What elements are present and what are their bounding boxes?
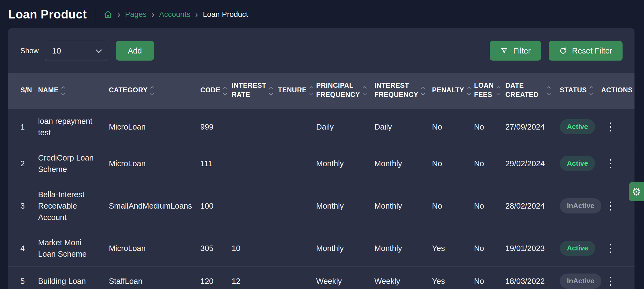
column-header-penalty[interactable]: PENALTY [427, 73, 469, 109]
breadcrumb-link-pages[interactable]: Pages [125, 10, 147, 19]
cell-loan-fees: No [469, 182, 500, 230]
cell-interest-frequency: Daily [370, 109, 427, 145]
breadcrumb: › Pages › Accounts › Loan Product [103, 10, 248, 19]
cell-principal-frequency: Monthly [311, 145, 370, 182]
column-header-interest-frequency[interactable]: INTEREST FREQUENCY [370, 73, 427, 109]
column-header-tenure[interactable]: TENURE [273, 73, 311, 109]
sort-icon[interactable] [224, 87, 226, 95]
column-header-sn: S/N [8, 73, 33, 109]
cell-penalty: No [427, 145, 469, 182]
cell-name: Bella-Interest Receivable Account [33, 182, 104, 230]
cell-status: Active [555, 109, 596, 145]
cell-penalty: Yes [427, 266, 469, 289]
toolbar-left: Show 10 Add [20, 41, 154, 61]
column-header-name[interactable]: NAME [33, 73, 104, 109]
add-button[interactable]: Add [116, 41, 154, 61]
cell-sn: 5 [8, 266, 33, 289]
sort-icon[interactable] [468, 87, 470, 95]
cell-actions: ⋮ [596, 109, 634, 145]
column-header-category[interactable]: CATEGORY [104, 73, 195, 109]
sort-icon[interactable] [270, 87, 272, 95]
column-header-loan-fees[interactable]: LOAN FEES [469, 73, 500, 109]
status-badge: Active [560, 119, 595, 134]
sort-icon[interactable] [547, 87, 550, 95]
cell-code: 111 [195, 145, 227, 182]
cell-status: InActive [555, 266, 596, 289]
row-actions-menu-button[interactable]: ⋮ [601, 241, 620, 255]
column-header-interest-rate[interactable]: INTEREST RATE [227, 73, 273, 109]
column-header-status[interactable]: STATUS [555, 73, 596, 109]
cell-interest-rate: 12 [227, 266, 273, 289]
cell-penalty: No [427, 109, 469, 145]
cell-interest-rate [227, 145, 273, 182]
status-badge: InActive [560, 198, 601, 213]
cell-date-created: 28/02/2024 [500, 182, 555, 230]
sort-icon[interactable] [590, 87, 593, 95]
cell-category: MicroLoan [104, 145, 195, 182]
sort-icon[interactable] [497, 87, 500, 95]
sort-icon[interactable] [422, 87, 424, 95]
cell-interest-rate: 10 [227, 230, 273, 266]
cell-loan-fees: No [469, 230, 500, 266]
home-icon[interactable] [103, 10, 113, 19]
row-actions-menu-button[interactable]: ⋮ [601, 274, 620, 287]
chevron-down-icon [96, 47, 102, 53]
cell-code: 305 [195, 230, 227, 266]
cell-interest-frequency: Monthly [370, 230, 427, 266]
settings-fab-button[interactable]: ⚙ [629, 182, 644, 201]
cell-name: Building Loan [33, 266, 104, 289]
cell-code: 120 [195, 266, 227, 289]
funnel-icon [500, 47, 508, 55]
reset-filter-button[interactable]: Reset Filter [549, 41, 623, 61]
table-row: 1 loan repayment test MicroLoan 999 Dail… [8, 109, 634, 145]
cell-interest-frequency: Weekly [370, 266, 427, 289]
breadcrumb-separator: › [151, 10, 155, 18]
page-size-value: 10 [52, 46, 61, 55]
row-actions-menu-button[interactable]: ⋮ [601, 199, 620, 212]
cell-tenure [273, 145, 311, 182]
table-row: 2 CrediCorp Loan Scheme MicroLoan 111 Mo… [8, 145, 634, 182]
table-header-row: S/N NAME CATEGORY CODE INTEREST RATE TEN… [8, 73, 634, 109]
breadcrumb-current: Loan Product [203, 10, 248, 19]
sort-icon[interactable] [151, 87, 154, 95]
cell-code: 999 [195, 109, 227, 145]
cell-loan-fees: No [469, 109, 500, 145]
cell-principal-frequency: Monthly [311, 230, 370, 266]
page-size-select[interactable]: 10 [45, 41, 108, 61]
cell-category: MicroLoan [104, 230, 195, 266]
table-header: S/N NAME CATEGORY CODE INTEREST RATE TEN… [8, 73, 634, 109]
row-actions-menu-button[interactable]: ⋮ [601, 157, 620, 170]
row-actions-menu-button[interactable]: ⋮ [601, 120, 620, 133]
cell-loan-fees: No [469, 266, 500, 289]
column-header-code[interactable]: CODE [195, 73, 227, 109]
sort-icon[interactable] [62, 87, 65, 95]
filter-button-label: Filter [513, 46, 531, 55]
cell-tenure [273, 182, 311, 230]
cell-tenure [273, 109, 311, 145]
sort-icon[interactable] [310, 87, 313, 95]
cell-tenure [273, 230, 311, 266]
cell-principal-frequency: Monthly [311, 182, 370, 230]
cell-sn: 3 [8, 182, 33, 230]
cell-penalty: No [427, 182, 469, 230]
refresh-icon [559, 47, 567, 55]
status-badge: InActive [560, 274, 601, 289]
cell-interest-rate [227, 109, 273, 145]
cell-date-created: 18/03/2022 [500, 266, 555, 289]
cell-interest-frequency: Monthly [370, 145, 427, 182]
sort-icon[interactable] [363, 87, 366, 95]
reset-filter-button-label: Reset Filter [572, 46, 612, 55]
cell-actions: ⋮ [596, 145, 634, 182]
breadcrumb-separator: › [117, 10, 121, 18]
gear-icon: ⚙ [632, 186, 641, 198]
table-row: 3 Bella-Interest Receivable Account Smal… [8, 182, 634, 230]
cell-loan-fees: No [469, 145, 500, 182]
breadcrumb-link-accounts[interactable]: Accounts [159, 10, 190, 19]
cell-name: CrediCorp Loan Scheme [33, 145, 104, 182]
cell-date-created: 19/01/2023 [500, 230, 555, 266]
cell-category: StaffLoan [104, 266, 195, 289]
column-header-date-created[interactable]: DATE CREATED [500, 73, 555, 109]
filter-button[interactable]: Filter [490, 41, 541, 61]
column-header-principal-frequency[interactable]: PRINCIPAL FREQUENCY [311, 73, 370, 109]
cell-sn: 1 [8, 109, 33, 145]
